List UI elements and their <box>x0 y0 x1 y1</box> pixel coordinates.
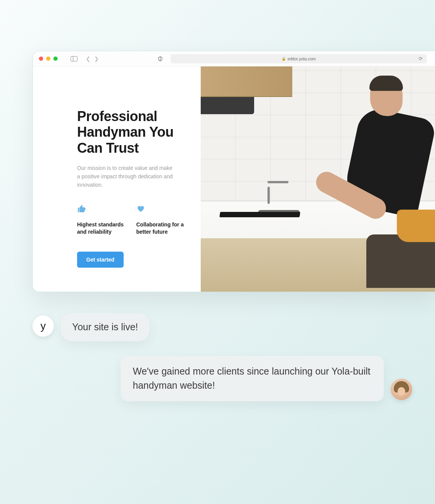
chat-message-brand: y Your site is live! <box>32 313 412 341</box>
chat-message-user: We've gained more clients since launchin… <box>32 356 412 401</box>
maximize-window-button[interactable] <box>53 57 58 61</box>
chat-bubble: Your site is live! <box>61 313 150 341</box>
get-started-button[interactable]: Get started <box>77 252 124 268</box>
brand-avatar: y <box>32 315 54 337</box>
handyman-illustration <box>201 66 435 292</box>
sidebar-toggle-icon[interactable] <box>71 56 77 61</box>
privacy-shield-icon[interactable] <box>158 56 163 61</box>
browser-window: ❮ ❯ 🔒 editor.yola.com ⟳ Professional Han… <box>32 51 435 292</box>
feature-item: Collaborating for a better future <box>136 204 184 236</box>
browser-chrome: ❮ ❯ 🔒 editor.yola.com ⟳ <box>33 51 435 66</box>
thumbs-up-icon <box>77 204 125 215</box>
heart-icon <box>136 204 184 215</box>
hero-section: Professional Handyman You Can Trust Our … <box>33 66 201 292</box>
nav-forward-button[interactable]: ❯ <box>94 56 99 62</box>
feature-list: Highest standards and reliability Collab… <box>77 204 185 236</box>
feature-item: Highest standards and reliability <box>77 204 125 236</box>
chat-bubble: We've gained more clients since launchin… <box>121 356 384 401</box>
reload-icon[interactable]: ⟳ <box>419 56 423 61</box>
hero-title: Professional Handyman You Can Trust <box>77 108 185 156</box>
window-controls <box>39 57 58 61</box>
nav-back-button[interactable]: ❮ <box>86 56 90 62</box>
page-content: Professional Handyman You Can Trust Our … <box>33 66 435 292</box>
minimize-window-button[interactable] <box>46 57 50 61</box>
user-avatar <box>391 379 412 400</box>
address-bar[interactable]: 🔒 editor.yola.com ⟳ <box>171 54 427 63</box>
feature-text: Highest standards and reliability <box>77 221 125 236</box>
hero-subtitle: Our mission is to create value and make … <box>77 164 176 189</box>
feature-text: Collaborating for a better future <box>136 221 184 236</box>
chat-area: y Your site is live! We've gained more c… <box>32 313 412 416</box>
close-window-button[interactable] <box>39 57 43 61</box>
lock-icon: 🔒 <box>282 57 286 61</box>
brand-avatar-glyph: y <box>40 320 46 332</box>
address-url: editor.yola.com <box>288 57 316 61</box>
hero-image <box>201 66 435 292</box>
